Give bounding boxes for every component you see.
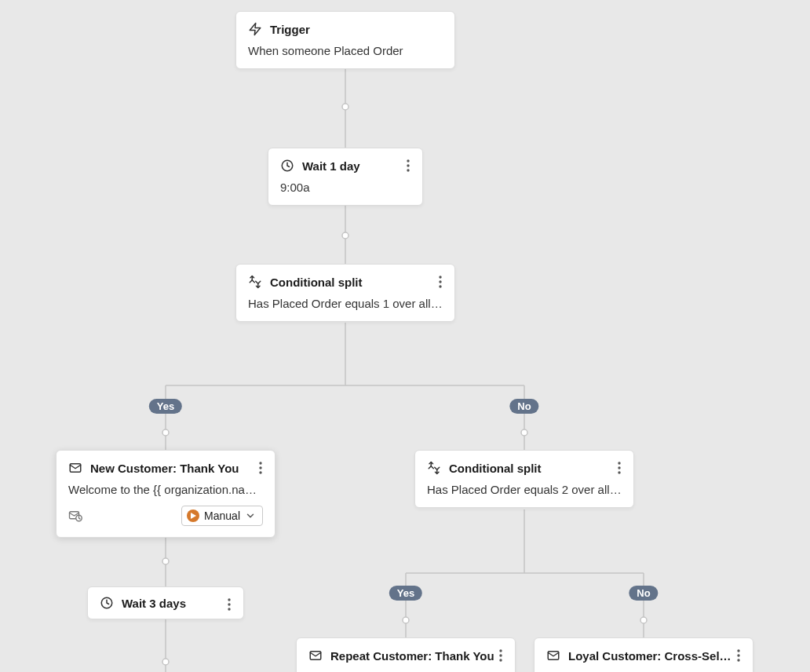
connectors bbox=[0, 0, 810, 672]
trigger-title: Trigger bbox=[270, 23, 310, 36]
clock-icon bbox=[100, 596, 114, 610]
email-repeat-title: Repeat Customer: Thank You bbox=[330, 649, 494, 663]
svg-point-26 bbox=[439, 280, 441, 283]
split-2-node[interactable]: Conditional split Has Placed Order equal… bbox=[414, 450, 634, 508]
branch-yes-1: Yes bbox=[149, 399, 182, 414]
manual-dropdown[interactable]: Manual bbox=[181, 506, 263, 526]
trigger-subtitle: When someone Placed Order bbox=[248, 44, 443, 57]
svg-point-36 bbox=[618, 466, 620, 469]
smart-send-icon bbox=[68, 509, 82, 522]
email-loyal-title: Loyal Customer: Cross-Sell +… bbox=[568, 649, 733, 663]
svg-point-23 bbox=[407, 164, 409, 166]
svg-point-1 bbox=[342, 104, 348, 110]
branch-no-2: No bbox=[629, 586, 658, 601]
svg-point-13 bbox=[162, 659, 169, 665]
svg-point-40 bbox=[228, 603, 230, 605]
svg-point-49 bbox=[737, 659, 739, 661]
svg-point-3 bbox=[342, 232, 348, 239]
svg-point-47 bbox=[737, 649, 739, 652]
svg-marker-31 bbox=[191, 513, 196, 519]
manual-label: Manual bbox=[204, 509, 240, 522]
branch-yes-2: Yes bbox=[389, 586, 422, 601]
svg-point-22 bbox=[407, 159, 409, 162]
wait-1day-node[interactable]: Wait 1 day 9:00a bbox=[268, 148, 423, 206]
svg-point-43 bbox=[499, 649, 502, 652]
email-icon bbox=[308, 648, 323, 663]
wait-1day-more-button[interactable] bbox=[397, 155, 419, 177]
svg-point-39 bbox=[228, 598, 230, 601]
wait-3days-title: Wait 3 days bbox=[122, 597, 186, 610]
svg-point-41 bbox=[228, 608, 230, 610]
wait-3days-node[interactable]: Wait 3 days bbox=[87, 586, 244, 619]
svg-point-35 bbox=[618, 462, 620, 464]
svg-point-24 bbox=[407, 169, 409, 171]
email-icon bbox=[68, 461, 82, 475]
svg-point-19 bbox=[640, 617, 647, 623]
split-2-more-button[interactable] bbox=[608, 457, 630, 479]
split-1-subtitle: Has Placed Order equals 1 over all time. bbox=[248, 297, 443, 310]
svg-point-32 bbox=[259, 462, 261, 464]
email-icon bbox=[546, 648, 560, 663]
svg-point-45 bbox=[499, 659, 502, 661]
svg-point-11 bbox=[162, 558, 169, 564]
svg-point-25 bbox=[439, 276, 441, 278]
wait-1day-title: Wait 1 day bbox=[302, 159, 360, 173]
email-new-node[interactable]: New Customer: Thank You Welcome to the {… bbox=[56, 450, 275, 538]
clock-icon bbox=[280, 159, 294, 173]
email-loyal-node[interactable]: Loyal Customer: Cross-Sell +… bbox=[534, 637, 753, 672]
svg-point-48 bbox=[737, 654, 739, 656]
split-icon bbox=[248, 275, 262, 289]
svg-point-27 bbox=[439, 285, 441, 287]
split-1-title: Conditional split bbox=[270, 276, 363, 289]
email-repeat-more-button[interactable] bbox=[490, 645, 512, 667]
split-icon bbox=[427, 461, 441, 475]
svg-point-9 bbox=[521, 429, 527, 436]
svg-point-33 bbox=[259, 466, 261, 469]
svg-point-44 bbox=[499, 654, 502, 656]
email-loyal-more-button[interactable] bbox=[728, 645, 750, 667]
email-new-title: New Customer: Thank You bbox=[90, 462, 239, 475]
wait-1day-subtitle: 9:00a bbox=[280, 181, 410, 194]
svg-marker-20 bbox=[250, 24, 261, 35]
email-new-more-button[interactable] bbox=[250, 457, 272, 479]
wait-3days-more-button[interactable] bbox=[218, 593, 240, 615]
svg-point-37 bbox=[618, 471, 620, 473]
manual-status-dot-icon bbox=[187, 509, 199, 522]
svg-point-8 bbox=[162, 429, 169, 436]
email-repeat-node[interactable]: Repeat Customer: Thank You bbox=[296, 637, 516, 672]
svg-point-18 bbox=[403, 617, 409, 623]
email-new-subtitle: Welcome to the {{ organization.name|titl… bbox=[68, 483, 263, 496]
trigger-node[interactable]: Trigger When someone Placed Order bbox=[235, 11, 455, 69]
split-1-node[interactable]: Conditional split Has Placed Order equal… bbox=[235, 264, 455, 322]
flow-canvas[interactable]: Trigger When someone Placed Order Wait 1… bbox=[0, 0, 810, 672]
split-2-subtitle: Has Placed Order equals 2 over all time. bbox=[427, 483, 622, 496]
svg-point-34 bbox=[259, 471, 261, 473]
lightning-icon bbox=[248, 22, 262, 36]
chevron-down-icon bbox=[245, 510, 256, 521]
split-2-title: Conditional split bbox=[449, 462, 542, 475]
branch-no-1: No bbox=[509, 399, 538, 414]
split-1-more-button[interactable] bbox=[429, 271, 451, 293]
